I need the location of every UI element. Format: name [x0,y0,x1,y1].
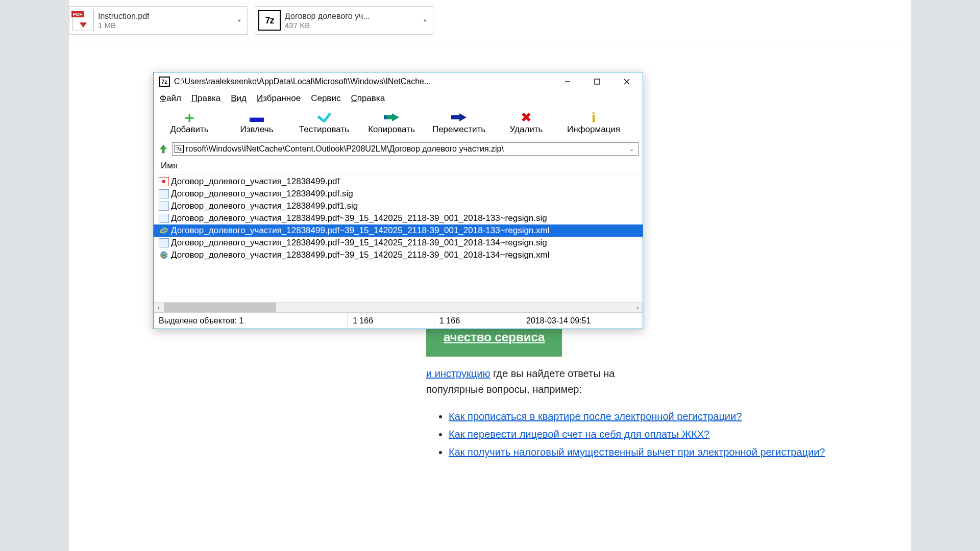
move-arrow-icon [451,110,467,124]
file-row[interactable]: Договор_долевого_участия_12838499.pdf~39… [154,212,643,224]
ie-file-icon [159,226,169,235]
svg-marker-9 [160,145,166,153]
email-paragraph: и инструкцию где вы найдете ответы на по… [426,366,916,397]
maximize-button[interactable] [582,73,612,90]
faq-list: Как прописаться в квартире после электро… [449,409,916,460]
up-folder-icon[interactable] [158,143,169,155]
doc-file-icon [159,189,169,198]
info-button[interactable]: i Информация [560,109,627,137]
path-text: rosoft\Windows\INetCache\Content.Outlook… [186,144,627,154]
chevron-down-icon[interactable]: ▾ [238,17,241,24]
status-size1: 1 166 [348,313,434,329]
window-title: C:\Users\raalekseenko\AppData\Local\Micr… [174,77,553,86]
instruction-link[interactable]: и инструкцию [426,368,490,379]
svg-marker-8 [459,113,467,121]
minus-icon: ▬ [250,110,264,124]
column-header-name[interactable]: Имя [154,159,643,174]
status-date: 2018-03-14 09:51 [521,313,643,329]
file-row[interactable]: Договор_долевого_участия_12838499.pdf1.s… [154,200,643,212]
doc-file-icon [159,202,169,211]
check-icon [317,110,331,124]
doc-file-icon [159,214,169,223]
file-row[interactable]: Договор_долевого_участия_12838499.pdf [154,176,643,188]
delete-button[interactable]: ✖ Удалить [493,109,560,137]
scroll-thumb[interactable] [164,303,276,312]
file-name: Договор_долевого_участия_12838499.pdf.si… [171,189,353,199]
status-size2: 1 166 [434,313,521,329]
menu-favorites[interactable]: Избранное [257,93,301,104]
menubar: Файл Правка Вид Избранное Сервис Справка [154,91,643,107]
attachment-size: 1 MB [98,21,150,30]
scroll-left-icon[interactable]: ‹ [154,304,164,311]
file-list[interactable]: Договор_долевого_участия_12838499.pdfДог… [154,174,643,302]
pdf-file-icon [159,177,169,186]
ie-file-icon [159,251,169,260]
delete-x-icon: ✖ [521,110,532,124]
status-selection: Выделено объектов: 1 [154,313,348,329]
attachment-item[interactable]: 7z Договор долевого уч... 437 KB ▾ [255,6,433,35]
file-name: Договор_долевого_участия_12838499.pdf~39… [171,250,549,260]
attachment-bar: Instruction.pdf 1 MB ▾ 7z Договор долево… [69,0,911,41]
file-name: Договор_долевого_участия_12838499.pdf~39… [171,226,549,236]
status-bar: Выделено объектов: 1 1 166 1 166 2018-03… [154,312,643,329]
sevenzip-file-icon: 7z [258,10,281,31]
pdf-file-icon [72,10,94,31]
svg-marker-5 [392,113,399,121]
svg-rect-6 [384,115,386,119]
move-button[interactable]: Переместить [425,109,493,137]
path-input[interactable]: 7z rosoft\Windows\INetCache\Content.Outl… [172,142,639,156]
copy-button[interactable]: Копировать [358,109,425,137]
svg-rect-7 [451,115,459,119]
scroll-track[interactable] [164,303,632,312]
doc-file-icon [159,238,169,247]
menu-tools[interactable]: Сервис [311,93,340,104]
extract-button[interactable]: ▬ Извлечь [223,109,290,137]
faq-link[interactable]: Как прописаться в квартире после электро… [449,411,742,422]
archive-icon: 7z [175,145,184,153]
copy-arrow-icon [384,110,399,124]
file-name: Договор_долевого_участия_12838499.pdf [171,177,339,187]
close-button[interactable] [612,73,642,90]
info-icon: i [592,110,596,124]
file-name: Договор_долевого_участия_12838499.pdf~39… [171,213,547,223]
file-name: Договор_долевого_участия_12838499.pdf1.s… [171,201,358,211]
window-titlebar[interactable]: 7z C:\Users\raalekseenko\AppData\Local\M… [154,72,643,91]
file-row[interactable]: Договор_долевого_участия_12838499.pdf~39… [154,237,643,249]
file-row[interactable]: Договор_долевого_участия_12838499.pdf~39… [154,249,643,261]
minimize-button[interactable] [553,73,582,90]
menu-view[interactable]: Вид [231,93,247,104]
menu-help[interactable]: Справка [351,93,385,104]
file-row[interactable]: Договор_долевого_участия_12838499.pdf.si… [154,188,643,200]
horizontal-scrollbar[interactable]: ‹ › [154,302,643,312]
chevron-down-icon[interactable]: ⌄ [627,146,636,153]
file-name: Договор_долевого_участия_12838499.pdf~39… [171,238,547,248]
sevenzip-app-icon: 7z [159,77,170,87]
attachment-name: Instruction.pdf [98,12,150,21]
menu-file[interactable]: Файл [160,93,181,104]
test-button[interactable]: Тестировать [290,109,358,137]
attachment-item[interactable]: Instruction.pdf 1 MB ▾ [69,6,248,35]
scroll-right-icon[interactable]: › [632,304,643,311]
chevron-down-icon[interactable]: ▾ [424,17,427,24]
toolbar: ＋ Добавить ▬ Извлечь Тестировать Копиров… [154,107,643,140]
faq-link[interactable]: Как перевести лицевой счет на себя для о… [449,429,709,440]
attachment-size: 437 KB [285,21,370,30]
add-button[interactable]: ＋ Добавить [156,109,223,137]
menu-edit[interactable]: Правка [191,93,220,104]
address-bar: 7z rosoft\Windows\INetCache\Content.Outl… [154,140,643,159]
faq-link[interactable]: Как получить налоговый имущественный выч… [449,446,825,458]
file-row[interactable]: Договор_долевого_участия_12838499.pdf~39… [154,224,643,237]
sevenzip-window: 7z C:\Users\raalekseenko\AppData\Local\M… [153,72,643,329]
attachment-name: Договор долевого уч... [285,12,370,21]
svg-rect-1 [595,79,600,84]
plus-icon: ＋ [182,110,197,124]
